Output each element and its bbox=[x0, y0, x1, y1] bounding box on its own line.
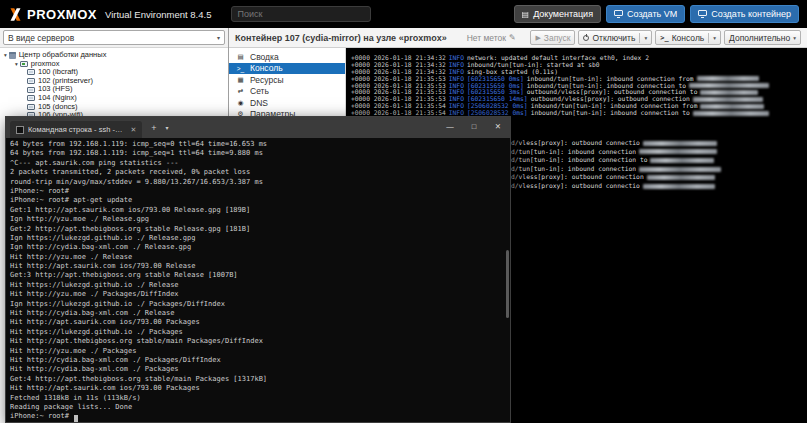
create-container-button[interactable]: Создать контейнер bbox=[690, 5, 799, 23]
tree-item-container[interactable]: 103 (HFS) bbox=[0, 85, 228, 94]
sidebar-toolbar: В виде серверов ▾ bbox=[0, 28, 228, 48]
node-icon bbox=[20, 61, 28, 67]
shutdown-button[interactable]: Отключить ▾ bbox=[578, 30, 652, 45]
terminal-line: Hit http://apt.saurik.com ios/793.00 Pac… bbox=[10, 318, 510, 327]
terminal-line: Fetched 1318kB in 11s (113kB/s) bbox=[10, 394, 510, 403]
menu-item[interactable]: >_ Консоль bbox=[229, 63, 345, 75]
collapse-arrow-icon: ▾ bbox=[15, 60, 18, 69]
terminal-lines: 64 bytes from 192.168.1.119: icmp_seq=0 … bbox=[10, 140, 510, 422]
terminal-line: 64 bytes from 192.168.1.119: icmp_seq=1 … bbox=[10, 149, 510, 158]
scrollbar-thumb[interactable] bbox=[506, 250, 509, 318]
terminal-line: Hit https://lukezgd.github.io ./ Release bbox=[10, 281, 510, 290]
console-icon: >_ bbox=[660, 34, 668, 42]
terminal-line: Hit http://cydia.bag-xml.com ./ Packages bbox=[10, 365, 510, 374]
terminal-line: ^C--- apt.saurik.com ping statistics --- bbox=[10, 159, 510, 168]
close-button[interactable]: ✕ bbox=[486, 117, 510, 138]
edit-pencil-icon: ✎ bbox=[509, 33, 516, 42]
tree-item-node-proxmox[interactable]: ▾ proxmox bbox=[0, 60, 228, 69]
maximize-button[interactable]: □ bbox=[462, 117, 486, 138]
terminal-line: 64 bytes from 192.168.1.119: icmp_seq=0 … bbox=[10, 140, 510, 149]
start-button[interactable]: ▶ Запуск bbox=[530, 30, 575, 45]
terminal-line: Reading package lists... Done bbox=[10, 403, 510, 412]
create-vm-button[interactable]: Создать VM bbox=[606, 5, 685, 23]
console-button[interactable]: >_ Консоль ▾ bbox=[655, 30, 721, 45]
resource-tree: ▾ Центр обработки данных ▾ proxmox 100 (… bbox=[0, 48, 228, 120]
terminal-line: Hit http://yzu.moe ./ Packages bbox=[10, 347, 510, 356]
view-mode-select[interactable]: В виде серверов ▾ bbox=[3, 30, 225, 45]
monitor-icon bbox=[614, 10, 623, 16]
container-icon bbox=[27, 69, 35, 75]
terminal-scrollbar[interactable] bbox=[505, 138, 510, 422]
tree-item-container[interactable]: 100 (ibcraft) bbox=[0, 68, 228, 77]
terminal-line: Hit http://apt.thebigboss.org stable/mai… bbox=[10, 337, 510, 346]
minimize-button[interactable]: — bbox=[438, 117, 462, 138]
topbar: PROXMOX Virtual Environment 8.4.5 ▤ Доку… bbox=[0, 0, 807, 28]
console-log-fragment: d/tun[tun-in]: inbound connection to bbox=[511, 156, 721, 165]
container-box-icon bbox=[698, 10, 707, 16]
terminal-line: Get:2 http://apt.thebigboss.org stable R… bbox=[10, 225, 510, 234]
menu-item-icon: ▤ bbox=[235, 53, 246, 61]
terminal-line: Hit http://yzu.moe ./ Packages/DiffIndex bbox=[10, 290, 510, 299]
topbar-buttons: ▤ Документация Создать VM Создать контей… bbox=[514, 5, 799, 23]
redacted-blur bbox=[647, 175, 715, 180]
terminal-line: Hit http://cydia.bag-xml.com ./ Release bbox=[10, 309, 510, 318]
tags-area[interactable]: Нет меток ✎ bbox=[467, 33, 516, 43]
terminal-line: Hit https://lukezgd.github.io ./ Package… bbox=[10, 328, 510, 337]
brand-version: Virtual Environment 8.4.5 bbox=[105, 9, 212, 20]
redacted-blur bbox=[693, 97, 763, 102]
redacted-blur bbox=[693, 111, 769, 116]
more-button[interactable]: Дополнительно ▾ bbox=[724, 30, 801, 45]
tree-item-container[interactable]: 104 (Nginx) bbox=[0, 94, 228, 103]
terminal-line: Get:4 http://apt.thebigboss.org stable/m… bbox=[10, 375, 510, 384]
terminal-line: Get:3 http://apt.thebigboss.org stable R… bbox=[10, 271, 510, 280]
redacted-blur bbox=[643, 184, 715, 189]
terminal-line: Hit http://cydia.bag-xml.com ./ Packages… bbox=[10, 356, 510, 365]
documentation-button[interactable]: ▤ Документация bbox=[514, 5, 601, 23]
terminal-line: Ign https://lukezgd.github.io ./ Release… bbox=[10, 234, 510, 243]
terminal-line: Ign http://yzu.moe ./ Release.gpg bbox=[10, 215, 510, 224]
menu-item[interactable]: ▦ Ресурсы bbox=[229, 74, 345, 86]
redacted-blur bbox=[643, 141, 717, 146]
page-title: Контейнер 107 (cydia-mirror) на узле «pr… bbox=[235, 33, 447, 43]
console-log-fragments: d/vless[proxy]: outbound connectio d/tun… bbox=[511, 139, 721, 191]
tree-item-container[interactable]: 105 (doncs) bbox=[0, 103, 228, 112]
proxmox-x-icon bbox=[8, 7, 23, 22]
menu-item[interactable]: ⇄ Сеть bbox=[229, 86, 345, 98]
tab-dropdown-icon[interactable]: ▾ bbox=[166, 124, 169, 131]
terminal-line: Get:1 http://apt.saurik.com ios/793.00 R… bbox=[10, 206, 510, 215]
terminal-tab-title: Командная строка - ssh -… bbox=[28, 125, 122, 134]
power-icon bbox=[583, 35, 589, 41]
chevron-down-icon: ▾ bbox=[217, 34, 220, 41]
tree-item-container[interactable]: 102 (printserver) bbox=[0, 77, 228, 86]
content-header: Контейнер 107 (cydia-mirror) на узле «pr… bbox=[229, 28, 807, 48]
terminal-output[interactable]: 64 bytes from 192.168.1.119: icmp_seq=0 … bbox=[6, 138, 510, 422]
new-tab-button[interactable]: + bbox=[151, 123, 156, 133]
menu-item[interactable]: ▤ Сводка bbox=[229, 51, 345, 63]
terminal-line: 2 packets transmitted, 2 packets receive… bbox=[10, 168, 510, 177]
datacenter-icon bbox=[9, 52, 16, 59]
proxmox-app: PROXMOX Virtual Environment 8.4.5 ▤ Доку… bbox=[0, 0, 807, 423]
tab-close-icon[interactable]: ✕ bbox=[130, 126, 136, 134]
collapse-arrow-icon: ▾ bbox=[4, 51, 7, 60]
menu-item-icon: ▦ bbox=[235, 76, 246, 84]
terminal-line: Hit http://apt.saurik.com ios/793.00 Pac… bbox=[10, 384, 510, 393]
terminal-window[interactable]: Командная строка - ssh -… ✕ + ▾ — □ ✕ 64… bbox=[5, 116, 511, 423]
chevron-down-icon: ▾ bbox=[713, 35, 716, 41]
search-input[interactable] bbox=[231, 6, 371, 22]
terminal-line: iPhone:~ root# bbox=[10, 187, 510, 196]
vm-action-buttons: ▶ Запуск Отключить ▾ >_ Консоль ▾ Дополн… bbox=[530, 30, 801, 45]
terminal-titlebar[interactable]: Командная строка - ssh -… ✕ + ▾ — □ ✕ bbox=[6, 117, 510, 138]
redacted-blur bbox=[689, 83, 769, 88]
console-log-fragment: d/tun[tun-in]: inbound connection bbox=[511, 165, 721, 174]
console-log-fragment: d/vless[proxy]: outbound connectio bbox=[511, 182, 721, 191]
terminal-line: Ign http://cydia.bag-xml.com ./ Release.… bbox=[10, 243, 510, 252]
window-controls: — □ ✕ bbox=[438, 117, 510, 138]
container-list: 100 (ibcraft) 102 (printserver) 103 (HFS… bbox=[0, 68, 228, 120]
menu-item[interactable]: ◉ DNS bbox=[229, 97, 345, 109]
container-icon bbox=[27, 95, 35, 101]
brand-name: PROXMOX bbox=[27, 7, 97, 22]
book-icon: ▤ bbox=[522, 10, 530, 19]
container-icon bbox=[27, 78, 35, 84]
redacted-blur bbox=[700, 90, 758, 95]
terminal-tab[interactable]: Командная строка - ssh -… ✕ bbox=[10, 121, 142, 138]
